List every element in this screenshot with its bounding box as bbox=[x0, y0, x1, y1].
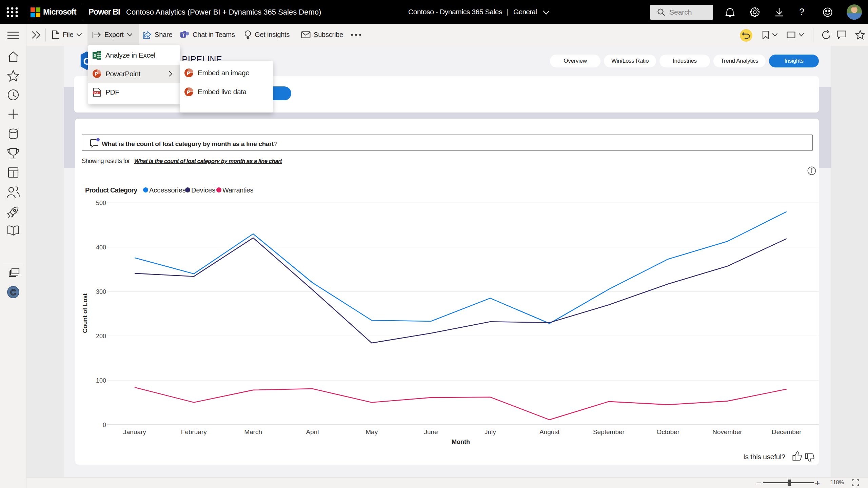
svg-text:March: March bbox=[244, 428, 262, 435]
svg-text:January: January bbox=[123, 428, 146, 435]
svg-text:100: 100 bbox=[96, 377, 106, 384]
svg-text:P: P bbox=[95, 71, 98, 77]
svg-text:December: December bbox=[772, 428, 802, 435]
svg-text:June: June bbox=[424, 428, 438, 435]
svg-text:Month: Month bbox=[452, 439, 470, 445]
svg-text:P: P bbox=[187, 89, 190, 95]
svg-text:0: 0 bbox=[103, 422, 106, 428]
svg-text:500: 500 bbox=[96, 200, 106, 206]
svg-text:November: November bbox=[712, 428, 742, 435]
svg-text:April: April bbox=[306, 428, 319, 435]
svg-text:May: May bbox=[366, 428, 378, 435]
svg-text:200: 200 bbox=[96, 333, 106, 340]
svg-text:P: P bbox=[187, 70, 190, 76]
svg-text:C: C bbox=[10, 288, 16, 297]
svg-text:300: 300 bbox=[96, 288, 106, 295]
svg-text:400: 400 bbox=[96, 244, 106, 251]
svg-text:October: October bbox=[656, 428, 679, 435]
svg-text:August: August bbox=[539, 428, 560, 435]
svg-text:February: February bbox=[181, 428, 207, 435]
svg-text:X: X bbox=[94, 53, 97, 58]
svg-text:July: July bbox=[485, 428, 496, 435]
svg-text:T: T bbox=[182, 32, 185, 37]
svg-text:PDF: PDF bbox=[94, 91, 99, 94]
svg-text:Count of Lost: Count of Lost bbox=[82, 293, 88, 333]
svg-text:September: September bbox=[593, 428, 625, 435]
